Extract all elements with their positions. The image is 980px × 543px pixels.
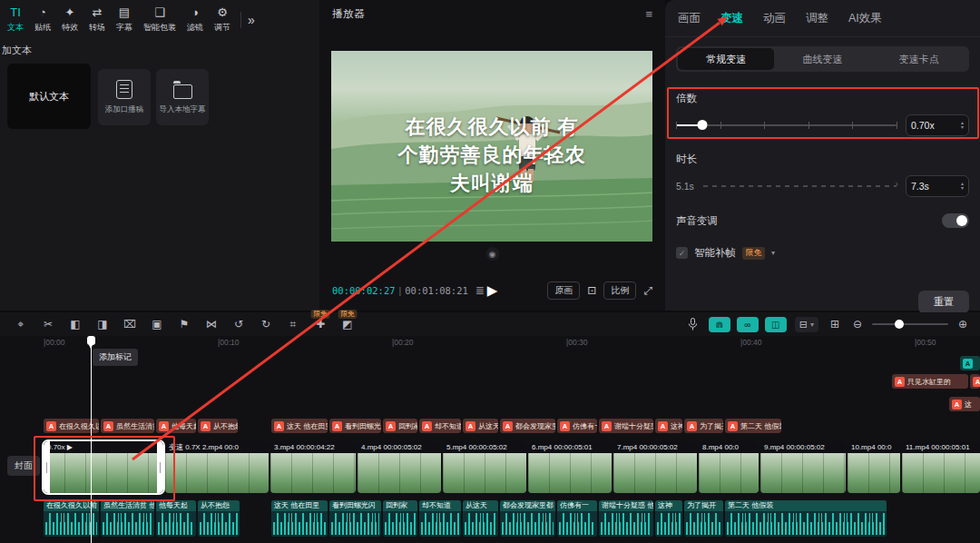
text-clip[interactable]: A仿佛有一 bbox=[557, 419, 597, 433]
text-clip[interactable]: A从不抱怨 bbox=[198, 419, 238, 433]
text-clip[interactable]: A bbox=[960, 356, 980, 370]
microphone-icon[interactable] bbox=[686, 318, 701, 331]
video-clip[interactable]: 变速 0.7X 2.mp4 00:0 bbox=[165, 441, 269, 493]
tool-effects[interactable]: ✦特效 bbox=[58, 5, 82, 35]
text-clip[interactable]: A这 bbox=[949, 397, 980, 411]
tab-ai-effects[interactable]: AI效果 bbox=[848, 11, 882, 26]
tool-smart-pack[interactable]: ❑智能包装 bbox=[140, 5, 180, 35]
text-clip[interactable]: A在很久很久以前 bbox=[44, 419, 99, 433]
audio-clip[interactable]: 仿佛有一 bbox=[557, 500, 597, 537]
chevron-down-icon[interactable]: ▾ bbox=[771, 249, 775, 257]
tool-text[interactable]: TI文本 bbox=[4, 5, 27, 35]
rotate-icon[interactable]: ↻ bbox=[252, 318, 279, 331]
text-clip[interactable]: A却不知道 bbox=[419, 419, 461, 433]
video-clip[interactable]: 10.mp4 00:0 bbox=[848, 441, 900, 493]
video-clip[interactable]: 0.70x ▶ bbox=[44, 441, 163, 493]
speed-slider[interactable] bbox=[676, 119, 897, 132]
snapshot-icon[interactable]: ⊡ bbox=[587, 284, 596, 297]
tool-filter[interactable]: ◑滤镜 bbox=[183, 5, 207, 35]
video-clip[interactable]: 11.mp4 00:00:05:01 bbox=[902, 441, 980, 493]
speed-value-box[interactable]: 0.70x ▴ ▾ bbox=[906, 114, 969, 136]
video-preview[interactable]: 在很久很久以前 有 个勤劳善良的年轻农 夫叫谢端 bbox=[331, 51, 652, 242]
trim-left-icon[interactable]: ◧ bbox=[62, 318, 89, 331]
expand-panel-button[interactable]: » bbox=[248, 13, 255, 27]
magnet-toggle-icon[interactable]: ⋒ bbox=[709, 317, 730, 332]
text-clip[interactable]: A都会发现家里 bbox=[500, 419, 555, 433]
text-clip[interactable]: A这神 bbox=[655, 419, 682, 433]
audio-clip[interactable]: 他每天起 bbox=[156, 500, 196, 537]
audio-clip[interactable]: 都会发现家里都 bbox=[500, 500, 555, 537]
speed-stepper[interactable]: ▴ ▾ bbox=[961, 121, 964, 130]
timeline-zoom-slider[interactable] bbox=[872, 323, 948, 325]
ratio-button[interactable]: 比例 bbox=[603, 281, 636, 300]
smart-keying-icon[interactable]: ◩限免 bbox=[334, 318, 361, 331]
text-clip[interactable]: A看到田螺光 bbox=[329, 419, 381, 433]
reset-button[interactable]: 重置 bbox=[918, 291, 969, 313]
cover-button[interactable]: 封面 bbox=[7, 456, 40, 476]
audio-clip[interactable]: 谢端十分疑惑 他 bbox=[599, 500, 653, 537]
audio-clip[interactable]: 看到田螺光闪 bbox=[329, 500, 381, 537]
timeline-area[interactable]: 添加标记 封面 |00:00|00:10|00:20|00:30|00:40|0… bbox=[0, 336, 980, 543]
default-text-card[interactable]: 默认文本 bbox=[7, 64, 91, 129]
audio-clip[interactable]: 第二天 他假装 bbox=[725, 500, 887, 537]
audio-clip[interactable]: 从不抱怨 bbox=[198, 500, 240, 537]
tab-speed[interactable]: 变速 bbox=[720, 11, 743, 26]
speed-slider-thumb[interactable] bbox=[698, 120, 708, 130]
text-clip[interactable]: A回到家 bbox=[383, 419, 417, 433]
stepper-down-icon[interactable]: ▾ bbox=[961, 125, 964, 130]
audio-clip[interactable]: 这神 bbox=[655, 500, 682, 537]
split-icon[interactable]: ✂ bbox=[34, 318, 62, 331]
crop-icon[interactable]: ⌗ bbox=[279, 318, 307, 331]
player-menu-icon[interactable]: ≡ bbox=[645, 7, 652, 21]
marker-icon[interactable]: ⚑ bbox=[171, 318, 198, 331]
duration-value-box[interactable]: 7.3s ▴ ▾ bbox=[906, 175, 969, 197]
stabilize-icon[interactable]: ✚限免 bbox=[307, 318, 334, 331]
pitch-toggle[interactable] bbox=[942, 213, 969, 228]
zoom-out-icon[interactable]: ⊖ bbox=[851, 318, 864, 331]
text-clip[interactable]: A bbox=[970, 374, 980, 389]
tab-animation[interactable]: 动画 bbox=[763, 11, 786, 26]
tool-adjust[interactable]: ⚙调节 bbox=[211, 5, 234, 35]
clip-trim-handle-left[interactable] bbox=[44, 441, 50, 493]
audio-clip[interactable]: 这天 他在田里 bbox=[271, 500, 328, 537]
video-clip[interactable]: 5.mp4 00:00:05:02 bbox=[443, 441, 526, 493]
text-clip[interactable]: A谢端十分疑惑 bbox=[599, 419, 653, 433]
zoom-slider-thumb[interactable] bbox=[895, 320, 904, 329]
text-clip[interactable]: A第二天 他假装 bbox=[725, 419, 781, 433]
preview-axis-toggle-icon[interactable]: ◫ bbox=[765, 317, 787, 332]
text-clip[interactable]: A从这天 bbox=[463, 419, 498, 433]
tab-adjust[interactable]: 调整 bbox=[806, 11, 828, 26]
trim-right-icon[interactable]: ◨ bbox=[89, 318, 116, 331]
interpolation-checkbox[interactable]: ✓ bbox=[676, 247, 688, 259]
video-clip[interactable]: 6.mp4 00:00:05:01 bbox=[528, 441, 612, 493]
audio-clip[interactable]: 却不知道 bbox=[419, 500, 461, 537]
text-clip[interactable]: A这天 他在田里 bbox=[271, 419, 328, 433]
subtab-speed-beat[interactable]: 变速卡点 bbox=[871, 48, 967, 70]
video-clip[interactable]: 4.mp4 00:00:05:02 bbox=[358, 441, 441, 493]
text-clip[interactable]: A为了揭开 bbox=[684, 419, 723, 433]
tab-picture[interactable]: 画面 bbox=[678, 11, 701, 26]
play-button[interactable]: ▶ bbox=[487, 282, 498, 299]
video-clip[interactable]: 8.mp4 00:0 bbox=[699, 441, 759, 493]
tool-captions[interactable]: ▤字幕 bbox=[113, 5, 136, 35]
freeze-frame-icon[interactable]: ▣ bbox=[143, 318, 171, 331]
subtab-curve-speed[interactable]: 曲线变速 bbox=[774, 48, 870, 70]
audio-clip[interactable]: 从这天 bbox=[463, 500, 498, 537]
timeline-settings-icon[interactable]: ⊞ bbox=[827, 318, 843, 331]
mirror-icon[interactable]: ⋈ bbox=[198, 318, 225, 331]
audio-clip[interactable]: 为了揭开 bbox=[684, 500, 723, 537]
audio-clip[interactable]: 虽然生活清贫 他 bbox=[101, 500, 154, 537]
video-clip[interactable]: 3.mp4 00:00:04:22 bbox=[270, 441, 356, 493]
audio-clip[interactable]: 回到家 bbox=[383, 500, 417, 537]
tool-sticker[interactable]: ◔贴纸 bbox=[31, 5, 54, 35]
tool-transition[interactable]: ⇄转场 bbox=[85, 5, 109, 35]
quality-button[interactable]: 原画 bbox=[547, 281, 580, 300]
text-clip[interactable]: A他每天起 bbox=[156, 419, 196, 433]
clip-list-icon[interactable]: ≣ bbox=[475, 284, 485, 297]
video-clip[interactable]: 7.mp4 00:00:05:02 bbox=[613, 441, 697, 493]
subtab-regular-speed[interactable]: 常规变速 bbox=[678, 48, 774, 70]
track-height-dropdown[interactable]: ⊟ ▾ bbox=[795, 317, 818, 332]
reverse-icon[interactable]: ↺ bbox=[225, 318, 252, 331]
text-clip[interactable]: A虽然生活清贫 bbox=[101, 419, 154, 433]
duration-stepper[interactable]: ▴ ▾ bbox=[961, 182, 964, 191]
